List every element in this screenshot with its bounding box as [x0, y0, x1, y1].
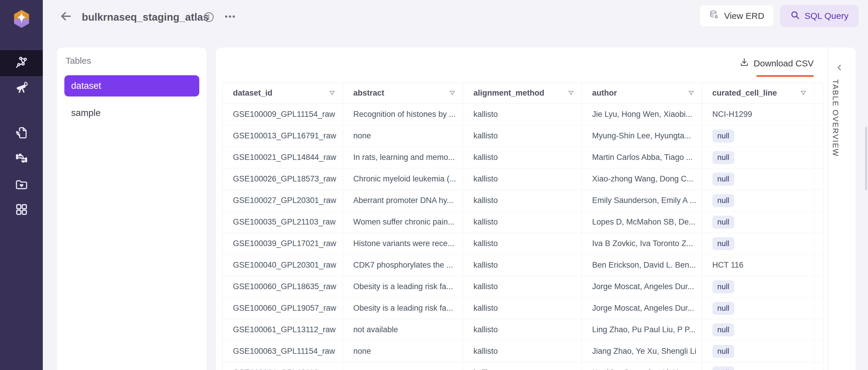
cell-abstract[interactable]: not available — [343, 319, 463, 340]
cell-author[interactable]: Ling Zhao, Pu Paul Liu, P P... — [582, 319, 702, 340]
filter-icon[interactable] — [449, 90, 456, 97]
table-row[interactable]: GSE100064_GPL13112_rawkallistoHanbing So… — [223, 362, 823, 370]
cell-author[interactable]: Ben Erickson, David L. Ben... — [582, 254, 702, 276]
sidebar-item-table-dataset[interactable]: dataset — [64, 75, 199, 97]
cell-author[interactable]: Martin Carlos Abba, Tiago ... — [582, 147, 702, 168]
cell-abstract[interactable]: In rats, learning and memo... — [343, 147, 463, 168]
table-row[interactable]: GSE100035_GPL21103_rawWomen suffer chron… — [223, 211, 823, 233]
sidebar-item-explore[interactable] — [0, 75, 43, 101]
cell-curated-cell-line[interactable]: null — [702, 233, 814, 254]
cell-author[interactable]: Jorge Moscat, Angeles Dur... — [582, 297, 702, 319]
cell-alignment-method[interactable]: kallisto — [463, 147, 582, 168]
cell-curated-cell-line[interactable]: HCT 116 — [702, 254, 814, 276]
cell-dataset-id[interactable]: GSE100009_GPL11154_raw — [223, 104, 343, 125]
cell-alignment-method[interactable]: kallisto — [463, 190, 582, 211]
cell-dataset-id[interactable]: GSE100026_GPL18573_raw — [223, 168, 343, 190]
sidebar-item-table-sample[interactable]: sample — [64, 102, 199, 124]
column-header-author[interactable]: author — [582, 83, 702, 104]
cell-alignment-method[interactable]: kallisto — [463, 233, 582, 254]
cell-dataset-id[interactable]: GSE100064_GPL13112_raw — [223, 362, 343, 370]
cell-author[interactable]: Myung-Shin Lee, Hyungta... — [582, 125, 702, 147]
table-row[interactable]: GSE100063_GPL11154_rawnonekallistoJiang … — [223, 340, 823, 362]
cell-author[interactable]: Jie Lyu, Hong Wen, Xiaobi... — [582, 104, 702, 125]
cell-alignment-method[interactable]: kallisto — [463, 254, 582, 276]
cell-curated-cell-line[interactable]: null — [702, 340, 814, 362]
cell-abstract[interactable]: CDK7 phosphorylates the ... — [343, 254, 463, 276]
cell-curated-cell-line[interactable]: null — [702, 297, 814, 319]
cell-author[interactable]: Hanbing Song, Jun Li, Hu... — [582, 362, 702, 370]
cell-abstract[interactable]: none — [343, 125, 463, 147]
sidebar-item-collections[interactable] — [0, 172, 43, 198]
cell-alignment-method[interactable]: kallisto — [463, 276, 582, 297]
cell-dataset-id[interactable]: GSE100061_GPL13112_raw — [223, 319, 343, 340]
cell-alignment-method[interactable]: kallisto — [463, 340, 582, 362]
table-overview-tab[interactable]: TABLE OVERVIEW — [831, 79, 840, 157]
table-row[interactable]: GSE100040_GPL20301_rawCDK7 phosphorylate… — [223, 254, 823, 276]
app-logo[interactable] — [13, 10, 30, 28]
cell-curated-cell-line[interactable]: null — [702, 319, 814, 340]
cell-curated-cell-line[interactable]: null — [702, 276, 814, 297]
cell-alignment-method[interactable]: kallisto — [463, 104, 582, 125]
cell-dataset-id[interactable]: GSE100035_GPL21103_raw — [223, 211, 343, 233]
sidebar-item-lineage[interactable] — [0, 50, 43, 76]
cell-abstract[interactable]: Histone variants were rece... — [343, 233, 463, 254]
filter-icon[interactable] — [800, 90, 807, 97]
cell-abstract[interactable]: none — [343, 340, 463, 362]
cell-author[interactable]: Jorge Moscat, Angeles Dur... — [582, 276, 702, 297]
cell-dataset-id[interactable]: GSE100063_GPL11154_raw — [223, 340, 343, 362]
cell-abstract[interactable] — [343, 362, 463, 370]
table-row[interactable]: GSE100026_GPL18573_rawChronic myeloid le… — [223, 168, 823, 190]
download-csv-button[interactable]: Download CSV — [739, 57, 814, 69]
column-header-abstract[interactable]: abstract — [343, 83, 463, 104]
cell-dataset-id[interactable]: GSE100021_GPL14844_raw — [223, 147, 343, 168]
column-header-curated-cell-line[interactable]: curated_cell_line — [702, 83, 814, 104]
cell-abstract[interactable]: Recognition of histones by ... — [343, 104, 463, 125]
cell-curated-cell-line[interactable]: null — [702, 362, 814, 370]
cell-curated-cell-line[interactable]: NCI-H1299 — [702, 104, 814, 125]
sidebar-item-files[interactable] — [0, 121, 43, 146]
filter-icon[interactable] — [688, 90, 695, 97]
column-header-dataset-id[interactable]: dataset_id — [223, 83, 343, 104]
filter-icon[interactable] — [329, 90, 336, 97]
info-icon[interactable] — [203, 11, 214, 23]
cell-alignment-method[interactable]: kallisto — [463, 125, 582, 147]
column-header-alignment-method[interactable]: alignment_method — [463, 83, 582, 104]
cell-author[interactable]: Xiao-zhong Wang, Dong C... — [582, 168, 702, 190]
view-erd-button[interactable]: View ERD — [699, 5, 774, 27]
cell-dataset-id[interactable]: GSE100060_GPL18635_raw — [223, 276, 343, 297]
cell-author[interactable]: Lopes D, McMahon SB, De... — [582, 211, 702, 233]
cell-abstract[interactable]: Aberrant promoter DNA hy... — [343, 190, 463, 211]
cell-dataset-id[interactable]: GSE100013_GPL16791_raw — [223, 125, 343, 147]
table-row[interactable]: GSE100021_GPL14844_rawIn rats, learning … — [223, 147, 823, 168]
collapse-panel-button[interactable] — [833, 62, 846, 75]
sidebar-item-pipelines[interactable] — [0, 146, 43, 172]
sql-query-button[interactable]: SQL Query — [780, 5, 859, 27]
cell-dataset-id[interactable]: GSE100027_GPL20301_raw — [223, 190, 343, 211]
scrollbar-thumb[interactable] — [865, 127, 867, 190]
cell-curated-cell-line[interactable]: null — [702, 168, 814, 190]
cell-curated-cell-line[interactable]: null — [702, 190, 814, 211]
cell-curated-cell-line[interactable]: null — [702, 125, 814, 147]
cell-abstract[interactable]: Obesity is a leading risk fa... — [343, 276, 463, 297]
cell-abstract[interactable]: Obesity is a leading risk fa... — [343, 297, 463, 319]
cell-curated-cell-line[interactable]: null — [702, 147, 814, 168]
cell-alignment-method[interactable]: kallisto — [463, 211, 582, 233]
cell-dataset-id[interactable]: GSE100039_GPL17021_raw — [223, 233, 343, 254]
table-row[interactable]: GSE100027_GPL20301_rawAberrant promoter … — [223, 190, 823, 211]
cell-alignment-method[interactable]: kallisto — [463, 168, 582, 190]
cell-dataset-id[interactable]: GSE100060_GPL19057_raw — [223, 297, 343, 319]
back-button[interactable] — [58, 9, 73, 24]
sidebar-item-apps[interactable] — [0, 197, 43, 223]
cell-abstract[interactable]: Women suffer chronic pain... — [343, 211, 463, 233]
cell-author[interactable]: Jiang Zhao, Ye Xu, Shengli Li — [582, 340, 702, 362]
filter-icon[interactable] — [567, 90, 575, 97]
cell-author[interactable]: Emily Saunderson, Emily A ... — [582, 190, 702, 211]
cell-alignment-method[interactable]: kallisto — [463, 319, 582, 340]
table-row[interactable]: GSE100013_GPL16791_rawnonekallistoMyung-… — [223, 125, 823, 147]
cell-abstract[interactable]: Chronic myeloid leukemia (... — [343, 168, 463, 190]
table-row[interactable]: GSE100060_GPL18635_rawObesity is a leadi… — [223, 276, 823, 297]
table-row[interactable]: GSE100009_GPL11154_rawRecognition of his… — [223, 104, 823, 125]
cell-alignment-method[interactable]: kallisto — [463, 362, 582, 370]
table-row[interactable]: GSE100039_GPL17021_rawHistone variants w… — [223, 233, 823, 254]
table-row[interactable]: GSE100060_GPL19057_rawObesity is a leadi… — [223, 297, 823, 319]
